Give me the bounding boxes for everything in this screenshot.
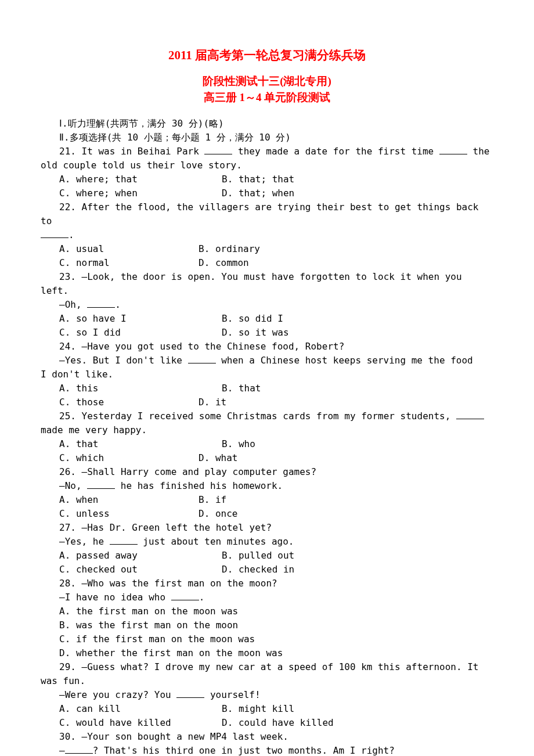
question-28-option-c: C. if the first man on the moon was	[41, 632, 493, 646]
question-25-options-ab: A. thatB. who	[41, 437, 493, 451]
question-29-line2: —Were you crazy? You yourself!	[41, 688, 493, 702]
blank	[176, 689, 204, 697]
question-22: 22. After the flood, the villagers are t…	[41, 200, 493, 228]
exam-content: Ⅰ.听力理解(共两节，满分 30 分)(略) Ⅱ.多项选择(共 10 小题；每小…	[41, 117, 493, 757]
question-29: 29. —Guess what? I drove my new car at a…	[41, 660, 493, 674]
question-22-options-cd: C. normalD. common	[41, 256, 493, 270]
blank	[110, 535, 138, 544]
question-28-option-a: A. the first man on the moon was	[41, 604, 493, 618]
blank	[456, 410, 484, 419]
title-subtitle-1: 阶段性测试十三(湖北专用)	[41, 73, 493, 90]
blank	[87, 480, 115, 488]
question-29-options-ab: A. can killB. might kill	[41, 702, 493, 716]
question-24-line2: —Yes. But I don't like when a Chinese ho…	[41, 354, 493, 368]
question-29-cont: was fun.	[41, 674, 493, 688]
question-24: 24. —Have you got used to the Chinese fo…	[41, 340, 493, 354]
question-24-options-cd: C. thoseD. it	[41, 395, 493, 409]
blank	[439, 145, 467, 154]
question-30-line2: —? That's his third one in just two mont…	[41, 744, 493, 757]
blank	[188, 354, 216, 363]
question-27-options-ab: A. passed awayB. pulled out	[41, 549, 493, 563]
question-24-options-ab: A. thisB. that	[41, 381, 493, 395]
question-26: 26. —Shall Harry come and play computer …	[41, 465, 493, 479]
question-25: 25. Yesterday I received some Christmas …	[41, 409, 493, 423]
blank	[204, 145, 232, 154]
question-21-cont: old couple told us their love story.	[41, 159, 493, 172]
question-28-option-d: D. whether the first man on the moon was	[41, 646, 493, 660]
question-28: 28. —Who was the first man on the moon?	[41, 577, 493, 591]
section-2-header: Ⅱ.多项选择(共 10 小题；每小题 1 分，满分 10 分)	[41, 131, 493, 145]
title-subtitle-2: 高三册 1～4 单元阶段测试	[41, 89, 493, 106]
question-21: 21. It was in Beihai Park they made a da…	[41, 145, 493, 159]
question-21-options-ab: A. where; thatB. that; that	[41, 172, 493, 186]
question-23-cont: left.	[41, 284, 493, 298]
question-23-options-ab: A. so have IB. so did I	[41, 312, 493, 326]
blank	[41, 229, 68, 237]
question-22-options-ab: A. usualB. ordinary	[41, 242, 493, 256]
question-26-options-ab: A. whenB. if	[41, 493, 493, 507]
question-26-line2: —No, he has finished his homework.	[41, 479, 493, 493]
question-27-line2: —Yes, he just about ten minutes ago.	[41, 535, 493, 549]
question-27: 27. —Has Dr. Green left the hotel yet?	[41, 521, 493, 535]
question-25-options-cd: C. whichD. what	[41, 451, 493, 465]
question-26-options-cd: C. unlessD. once	[41, 507, 493, 521]
question-28-line2: —I have no idea who .	[41, 591, 493, 604]
blank	[65, 744, 93, 753]
question-28-option-b: B. was the first man on the moon	[41, 618, 493, 632]
question-23-options-cd: C. so I didD. so it was	[41, 326, 493, 340]
blank	[87, 298, 115, 307]
question-22-cont: .	[41, 228, 493, 242]
section-1-header: Ⅰ.听力理解(共两节，满分 30 分)(略)	[41, 117, 493, 131]
blank	[171, 591, 199, 600]
question-27-options-cd: C. checked outD. checked in	[41, 563, 493, 577]
question-23-line2: —Oh, .	[41, 298, 493, 312]
title-main: 2011 届高考第一轮总复习满分练兵场	[41, 46, 493, 65]
question-25-cont: made me very happy.	[41, 423, 493, 437]
question-29-options-cd: C. would have killedD. could have killed	[41, 716, 493, 730]
question-23: 23. —Look, the door is open. You must ha…	[41, 270, 493, 284]
question-30: 30. —Your son bought a new MP4 last week…	[41, 730, 493, 744]
question-21-options-cd: C. where; whenD. that; when	[41, 186, 493, 200]
question-24-cont: I don't like.	[41, 368, 493, 381]
